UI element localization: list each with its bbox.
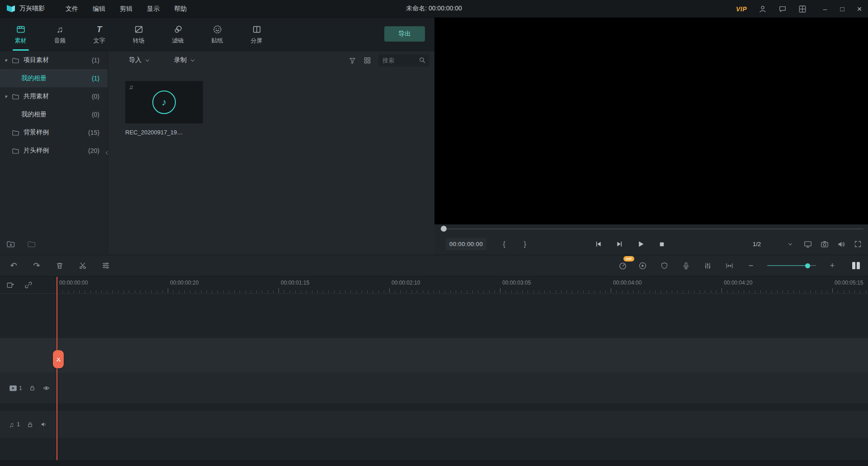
seek-handle[interactable]	[441, 226, 447, 232]
sidebar-item-count: (0)	[92, 93, 99, 100]
lock-icon[interactable]	[27, 421, 33, 428]
video-preview[interactable]	[434, 18, 868, 224]
ruler-tick	[650, 290, 650, 293]
timeline-ruler[interactable]: 00:00:00:0000:00:00:2000:00:01:1500:00:0…	[57, 276, 868, 294]
tab-transition[interactable]: 转场	[119, 18, 158, 51]
zoom-slider-handle[interactable]	[805, 263, 810, 268]
menu-view[interactable]: 显示	[140, 0, 167, 18]
lock-icon[interactable]	[29, 385, 36, 391]
timeline-lane-upper[interactable]	[0, 294, 868, 338]
playhead-split-grip[interactable]	[53, 350, 64, 368]
tab-audio[interactable]: ♫ 音频	[40, 18, 80, 51]
audio-track[interactable]: ♫ 1	[0, 411, 868, 438]
ruler-tick	[838, 290, 838, 293]
delete-button[interactable]	[54, 260, 65, 271]
grid-view-icon[interactable]	[363, 57, 371, 64]
shield-protect-icon[interactable]	[659, 260, 670, 271]
zoom-in-button[interactable]: +	[827, 260, 838, 271]
mute-speaker-icon[interactable]	[40, 421, 47, 428]
search-input[interactable]	[382, 57, 419, 64]
display-device-icon[interactable]	[804, 240, 812, 248]
timeline-zoom-slider[interactable]	[767, 262, 816, 269]
ruler-tick	[245, 290, 246, 293]
filter-funnel-icon[interactable]	[349, 57, 356, 64]
timeline-lane-overlay[interactable]	[0, 338, 868, 372]
mark-in-button[interactable]: {	[500, 240, 508, 248]
sidebar-footer	[0, 233, 108, 254]
mark-out-button[interactable]: }	[521, 240, 529, 248]
tab-filter[interactable]: 滤镜	[158, 18, 198, 51]
delete-folder-icon[interactable]	[27, 240, 36, 248]
menu-clip[interactable]: 剪辑	[113, 0, 140, 18]
playhead[interactable]	[57, 277, 57, 460]
edit-toolbar-left: ↶ ↷	[0, 260, 111, 271]
render-preview-button[interactable]	[637, 260, 648, 271]
undo-button[interactable]: ↶	[8, 260, 19, 271]
export-button[interactable]: 导出	[384, 26, 425, 42]
ruler-label: 00:00:04:20	[724, 280, 752, 286]
menu-edit[interactable]: 编辑	[85, 0, 113, 18]
account-icon[interactable]	[757, 3, 769, 15]
ruler-tick	[68, 290, 69, 293]
vip-button[interactable]: VIP	[736, 5, 747, 13]
caret-down-icon[interactable]: ▾	[5, 57, 11, 63]
close-button[interactable]: ×	[851, 0, 868, 18]
fullscreen-icon[interactable]	[854, 240, 862, 248]
seek-track[interactable]	[441, 228, 863, 229]
snapshot-camera-icon[interactable]	[821, 240, 829, 248]
audio-clip-thumbnail[interactable]: ♫ ♪	[125, 81, 203, 124]
layout-icon[interactable]	[797, 3, 808, 15]
media-item[interactable]: ♫ ♪ REC_20200917_19…	[125, 81, 203, 136]
sidebar-item-my-album-project[interactable]: 我的相册 (1)	[0, 69, 108, 87]
menu-help[interactable]: 帮助	[167, 0, 194, 18]
stop-button[interactable]	[657, 240, 666, 249]
tab-media[interactable]: 素材	[1, 18, 40, 51]
ruler-tick	[273, 290, 274, 293]
add-to-timeline-icon[interactable]	[6, 281, 14, 289]
previous-frame-button[interactable]	[594, 240, 603, 249]
play-button[interactable]	[636, 240, 645, 249]
maximize-button[interactable]: □	[834, 0, 851, 18]
minimize-button[interactable]: –	[816, 0, 834, 18]
eye-visibility-icon[interactable]	[42, 384, 50, 392]
audio-mixer-icon[interactable]	[702, 260, 713, 271]
volume-icon[interactable]	[837, 240, 845, 248]
redo-button[interactable]: ↷	[31, 260, 42, 271]
record-voiceover-mic-icon[interactable]	[680, 260, 691, 271]
adjust-properties-button[interactable]	[100, 260, 111, 271]
sidebar-item-intro-samples[interactable]: 片头样例 (20)	[0, 142, 108, 160]
sidebar-item-background-samples[interactable]: 背景样例 (15)	[0, 124, 108, 142]
sidebar-item-project-media[interactable]: ▾ 项目素材 (1)	[0, 51, 108, 69]
panel-layout-toggle[interactable]	[852, 262, 860, 269]
playback-quality-dropdown[interactable]: 1/2	[753, 241, 792, 247]
caret-down-icon[interactable]: ▾	[5, 94, 11, 100]
new-folder-icon[interactable]	[6, 240, 15, 248]
sidebar-item-shared-media[interactable]: ▾ 共用素材 (0)	[0, 87, 108, 105]
sidebar-collapse-handle[interactable]	[105, 147, 110, 159]
sidebar-item-my-album-shared[interactable]: 我的相册 (0)	[0, 105, 108, 124]
menu-file[interactable]: 文件	[58, 0, 85, 18]
search-box[interactable]	[378, 54, 429, 67]
ruler-label: 00:00:04:00	[613, 280, 642, 286]
zoom-to-fit-icon[interactable]	[724, 260, 735, 271]
tab-sticker[interactable]: 贴纸	[198, 18, 237, 51]
preview-seekbar[interactable]	[434, 224, 868, 233]
next-frame-button[interactable]	[615, 240, 624, 249]
keyframe-render-group: VIP	[617, 260, 648, 271]
record-dropdown[interactable]: 录制	[174, 56, 194, 64]
ruler-tick	[722, 288, 722, 293]
video-track[interactable]: 1	[0, 372, 868, 404]
link-clips-icon[interactable]	[24, 281, 33, 289]
speed-keyframe-icon[interactable]	[617, 260, 628, 271]
ruler-tick	[500, 288, 500, 293]
tab-splitscreen[interactable]: 分屏	[237, 18, 276, 51]
feedback-icon[interactable]	[777, 3, 788, 15]
import-dropdown[interactable]: 导入	[129, 56, 149, 64]
current-time-display[interactable]: 00:00:00:00	[446, 238, 486, 250]
zoom-out-button[interactable]: −	[745, 260, 756, 271]
split-scissors-button[interactable]	[77, 260, 88, 271]
search-icon[interactable]	[419, 57, 426, 64]
tab-text[interactable]: T 文字	[80, 18, 119, 51]
timeline-lane-lower[interactable]	[0, 438, 868, 460]
timeline-tracks-area: 1 ♫ 1	[0, 294, 868, 466]
